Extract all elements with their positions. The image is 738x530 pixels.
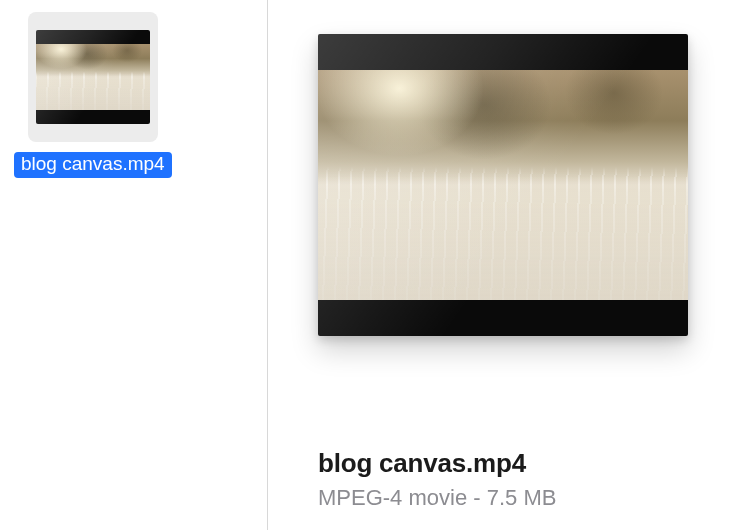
preview-kind: MPEG-4 movie: [318, 485, 467, 510]
video-frame-preview: [36, 44, 150, 110]
preview-metadata: blog canvas.mp4 MPEG-4 movie - 7.5 MB: [318, 448, 716, 511]
preview-size: 7.5 MB: [487, 485, 557, 510]
file-thumbnail: [36, 30, 150, 124]
file-browser-pane: blog canvas.mp4: [0, 0, 268, 530]
preview-thumbnail[interactable]: [318, 34, 688, 336]
preview-pane: blog canvas.mp4 MPEG-4 movie - 7.5 MB: [268, 0, 738, 530]
preview-filename: blog canvas.mp4: [318, 448, 716, 479]
file-item[interactable]: blog canvas.mp4: [14, 12, 172, 178]
video-frame-preview-large: [318, 70, 688, 300]
preview-details: MPEG-4 movie - 7.5 MB: [318, 485, 716, 511]
preview-separator: -: [467, 485, 487, 510]
file-thumbnail-box: [28, 12, 158, 142]
file-name-label-selected[interactable]: blog canvas.mp4: [14, 152, 172, 178]
